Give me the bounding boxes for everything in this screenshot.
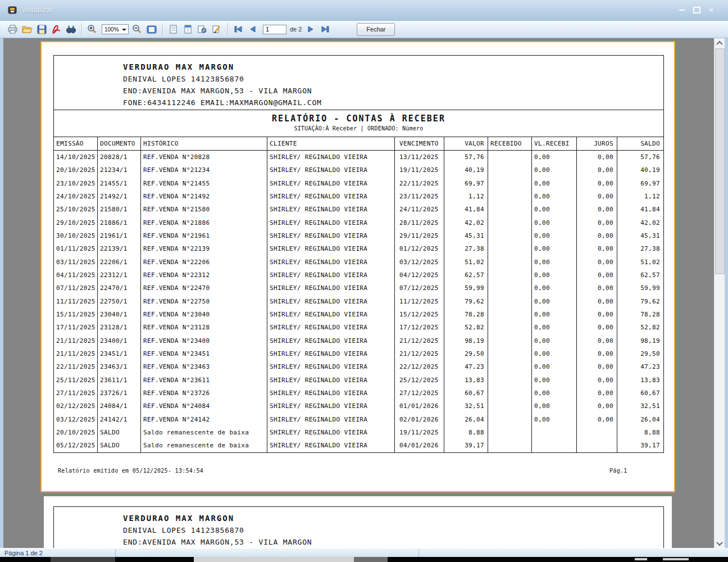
table-cell: 25/10/2025 bbox=[54, 203, 98, 216]
table-cell: SHIRLEY/ REGINALDO VIEIRA bbox=[267, 426, 395, 439]
zoom-select[interactable]: 100% bbox=[102, 24, 129, 34]
table-cell: SHIRLEY/ REGINALDO VIEIRA bbox=[267, 203, 395, 216]
scroll-up-icon[interactable] bbox=[715, 38, 725, 48]
table-cell bbox=[577, 439, 617, 452]
next-page-icon[interactable] bbox=[304, 22, 317, 36]
table-cell: 39,17 bbox=[444, 439, 488, 452]
table-cell bbox=[488, 242, 532, 255]
toolbar-separator bbox=[162, 23, 163, 35]
table-cell: 23611/1 bbox=[98, 374, 141, 387]
table-cell: 78,28 bbox=[444, 308, 488, 321]
table-cell: SHIRLEY/ REGINALDO VIEIRA bbox=[267, 295, 395, 308]
table-cell: 32,51 bbox=[444, 400, 488, 413]
table-cell: 69,97 bbox=[617, 177, 663, 190]
table-cell: SHIRLEY/ REGINALDO VIEIRA bbox=[267, 269, 395, 282]
table-body: 14/10/202520828/1REF.VENDA N°20828SHIRLE… bbox=[54, 151, 663, 452]
print-icon[interactable] bbox=[6, 22, 19, 36]
minimize-button[interactable] bbox=[676, 6, 688, 15]
edit-icon[interactable] bbox=[210, 22, 224, 36]
prev-page-icon[interactable] bbox=[246, 22, 260, 36]
table-cell: 07/11/2025 bbox=[54, 282, 98, 294]
table-cell: 02/12/2025 bbox=[54, 400, 98, 413]
table-cell: 29/10/2025 bbox=[54, 216, 98, 229]
table-cell: 0,00 bbox=[532, 374, 577, 387]
table-cell: 52,82 bbox=[444, 321, 488, 334]
table-cell: 0,00 bbox=[532, 190, 577, 203]
table-cell: 98,19 bbox=[444, 334, 488, 347]
table-row: 07/11/202522470/1REF.VENDA N°22470SHIRLE… bbox=[54, 282, 663, 294]
table-cell: REF.VENDA N°22470 bbox=[141, 282, 267, 294]
find-icon[interactable] bbox=[64, 22, 78, 36]
scroll-down-icon[interactable] bbox=[715, 538, 725, 548]
table-row: 23/10/202521455/1REF.VENDA N°21455SHIRLE… bbox=[54, 177, 663, 190]
vertical-scrollbar[interactable] bbox=[714, 38, 725, 548]
app-icon bbox=[7, 5, 17, 15]
table-cell: 24084/1 bbox=[98, 400, 141, 413]
table-cell: SHIRLEY/ REGINALDO VIEIRA bbox=[267, 308, 395, 321]
table-cell: 19/11/2025 bbox=[395, 426, 444, 439]
table-cell: 0,00 bbox=[577, 360, 617, 373]
save-icon[interactable] bbox=[35, 22, 48, 36]
first-page-icon[interactable] bbox=[231, 22, 245, 36]
table-cell: 60,67 bbox=[617, 387, 663, 400]
table-row: 29/10/202521886/1REF.VENDA N°21886SHIRLE… bbox=[54, 216, 663, 229]
table-cell: 45,31 bbox=[617, 229, 663, 242]
last-page-icon[interactable] bbox=[319, 22, 332, 36]
page-settings-icon[interactable] bbox=[166, 22, 180, 36]
table-cell: 0,00 bbox=[532, 308, 577, 321]
table-cell: 26,04 bbox=[617, 413, 663, 426]
page-columns-icon[interactable] bbox=[181, 22, 194, 36]
open-icon[interactable] bbox=[20, 22, 34, 36]
table-cell: 01/11/2025 bbox=[54, 242, 98, 255]
table-cell: 15/11/2025 bbox=[54, 308, 98, 321]
close-button[interactable]: × bbox=[706, 6, 717, 15]
report-page-2: VERDURAO MAX MARGON DENIVAL LOPES 141238… bbox=[44, 496, 672, 549]
company-owner: DENIVAL LOPES 14123856870 bbox=[123, 73, 663, 85]
zoom-out-icon[interactable] bbox=[130, 22, 144, 36]
table-cell: REF.VENDA N°24142 bbox=[141, 413, 267, 426]
table-cell: Saldo remanescente de baixa bbox=[141, 439, 267, 452]
table-cell: 40,19 bbox=[617, 164, 663, 176]
column-header: VENCIMENTO bbox=[395, 137, 444, 150]
table-cell: REF.VENDA N°23463 bbox=[141, 360, 267, 373]
scrollbar-thumb[interactable] bbox=[715, 48, 725, 274]
table-cell: 0,00 bbox=[532, 360, 577, 373]
table-cell: 69,97 bbox=[444, 177, 488, 190]
table-cell bbox=[532, 439, 577, 452]
table-cell: 60,67 bbox=[444, 387, 488, 400]
export-pdf-icon[interactable] bbox=[49, 22, 63, 36]
table-cell: SHIRLEY/ REGINALDO VIEIRA bbox=[267, 216, 395, 229]
zoom-in-icon[interactable] bbox=[85, 22, 99, 36]
maximize-button[interactable] bbox=[691, 6, 702, 15]
table-cell: 0,00 bbox=[577, 387, 617, 400]
table-cell: SHIRLEY/ REGINALDO VIEIRA bbox=[267, 242, 395, 255]
table-row: 30/10/202521961/1REF.VENDA N°21961SHIRLE… bbox=[54, 229, 663, 242]
table-cell: 0,00 bbox=[532, 177, 577, 190]
column-header: RECEBIDO bbox=[488, 137, 532, 150]
table-cell: 22139/1 bbox=[98, 242, 141, 255]
title-bar: Visualizar × bbox=[0, 0, 728, 21]
table-cell: 0,00 bbox=[577, 334, 617, 347]
table-cell: 22/12/2025 bbox=[395, 360, 444, 373]
table-cell: 0,00 bbox=[532, 256, 577, 269]
table-cell: REF.VENDA N°22312 bbox=[141, 269, 267, 282]
table-cell: 29,50 bbox=[617, 347, 663, 360]
report-emitted-timestamp: Relatório emitido em 05/12/2025- 13:54:5… bbox=[58, 468, 203, 474]
table-cell bbox=[488, 374, 532, 387]
table-cell: 21886/1 bbox=[98, 216, 141, 229]
fechar-button[interactable]: Fechar bbox=[357, 23, 395, 36]
report-preview-area[interactable]: VERDURAO MAX MARGON DENIVAL LOPES 141238… bbox=[3, 38, 715, 549]
table-cell: REF.VENDA N°23451 bbox=[141, 347, 267, 360]
table-cell: SHIRLEY/ REGINALDO VIEIRA bbox=[267, 256, 395, 269]
print-setup-icon[interactable] bbox=[195, 22, 209, 36]
page-number-input[interactable] bbox=[263, 25, 286, 34]
table-cell: REF.VENDA N°24084 bbox=[141, 400, 267, 413]
table-row: 03/11/202522206/1REF.VENDA N°22206SHIRLE… bbox=[54, 256, 663, 269]
table-cell: 79,62 bbox=[617, 295, 663, 308]
table-cell: 0,00 bbox=[577, 151, 617, 164]
table-cell: 40,19 bbox=[444, 164, 488, 176]
whole-page-icon[interactable] bbox=[145, 22, 158, 36]
table-cell: 13,83 bbox=[617, 374, 663, 387]
table-row: 15/11/202523040/1REF.VENDA N°23040SHIRLE… bbox=[54, 308, 663, 321]
table-cell: 0,00 bbox=[532, 295, 577, 308]
